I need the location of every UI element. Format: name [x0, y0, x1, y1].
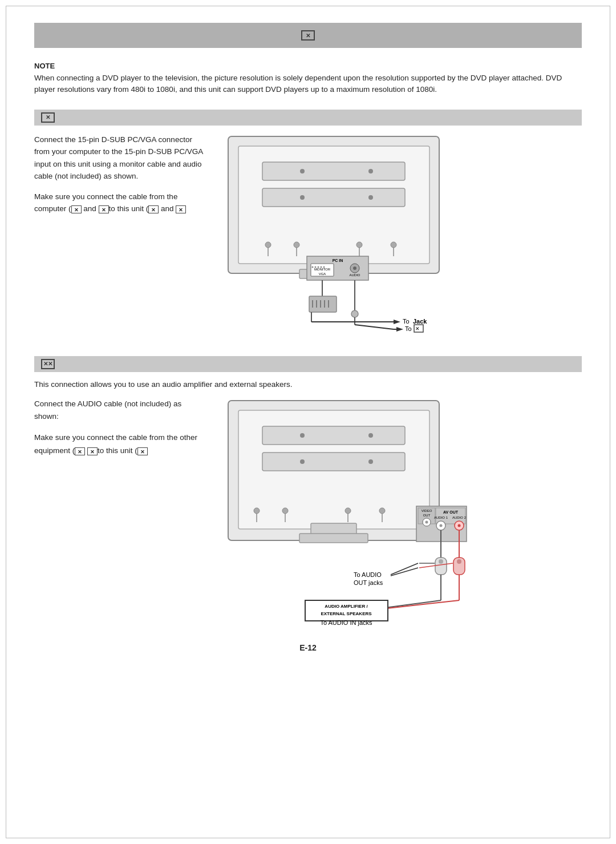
inline-icon-1: ✕	[71, 205, 82, 213]
svg-point-3	[300, 169, 305, 173]
svg-point-26	[321, 266, 322, 268]
svg-text:To AUDIO: To AUDIO	[354, 571, 382, 578]
svg-text:MONITOR: MONITOR	[314, 268, 331, 271]
svg-line-99	[382, 600, 459, 609]
svg-text:Jack: Jack	[413, 318, 427, 325]
svg-rect-60	[311, 523, 356, 535]
inline-icon-2: ✕	[99, 205, 109, 213]
inline-icon-3: ✕	[148, 205, 159, 213]
svg-point-63	[254, 508, 260, 514]
svg-point-27	[323, 266, 325, 268]
svg-text:OUT jacks: OUT jacks	[354, 579, 383, 586]
section1-block: ✕ Connect the 15-pin D-SUB PC/VGA connec…	[34, 110, 582, 339]
svg-text:To: To	[403, 318, 410, 325]
page-content: ✕ NOTE When connecting a DVD player to t…	[0, 0, 616, 675]
svg-rect-2	[262, 162, 405, 180]
svg-point-6	[300, 195, 305, 200]
svg-point-87	[439, 559, 443, 564]
svg-rect-32	[309, 296, 337, 312]
svg-marker-43	[394, 320, 400, 324]
section2-diagram: VIDEO OUT AV OUT AUDIO 1 AUDIO 2	[222, 398, 582, 626]
section2-content: Connect the AUDIO cable (not included) a…	[34, 398, 582, 626]
svg-point-29	[353, 266, 356, 270]
svg-text:PC IN: PC IN	[333, 259, 343, 263]
svg-point-83	[458, 524, 461, 527]
section2-title: This connection allows you to use an aud…	[34, 380, 582, 389]
section2-title-bar: ✕✕	[34, 356, 582, 372]
section2-svg: VIDEO OUT AV OUT AUDIO 1 AUDIO 2	[222, 398, 473, 626]
svg-line-46	[355, 325, 394, 329]
svg-point-15	[356, 242, 362, 248]
svg-text:AUDIO: AUDIO	[349, 273, 360, 277]
section1-desc2: Make sure you connect the cable from the…	[34, 191, 205, 215]
svg-point-40	[351, 310, 358, 317]
section1-desc1: Connect the 15-pin D-SUB PC/VGA connecto…	[34, 134, 205, 183]
section1-icon: ✕	[41, 112, 55, 123]
note-section: NOTE When connecting a DVD player to the…	[34, 62, 582, 96]
svg-text:AUDIO 2: AUDIO 2	[452, 516, 467, 519]
svg-text:✕: ✕	[415, 326, 420, 332]
section2-text: Connect the AUDIO cable (not included) a…	[34, 398, 205, 458]
svg-text:AUDIO AMPLIFIER /: AUDIO AMPLIFIER /	[325, 604, 368, 609]
section2-desc2: Make sure you connect the cable from the…	[34, 431, 205, 458]
svg-point-58	[300, 459, 305, 464]
svg-point-7	[368, 195, 373, 200]
svg-rect-61	[299, 534, 368, 543]
svg-point-17	[391, 242, 396, 248]
svg-text:AV OUT: AV OUT	[443, 510, 459, 514]
section1-content: Connect the 15-pin D-SUB PC/VGA connecto…	[34, 134, 582, 339]
svg-marker-48	[396, 327, 403, 332]
section1-svg: PC IN MONITOR VGA AUDIO	[222, 134, 462, 339]
svg-point-13	[294, 242, 299, 248]
svg-rect-57	[262, 453, 405, 471]
svg-text:VGA: VGA	[319, 272, 326, 276]
svg-point-25	[318, 266, 319, 268]
svg-point-80	[440, 524, 443, 527]
svg-rect-5	[262, 188, 405, 207]
svg-text:EXTERNAL SPEAKERS: EXTERNAL SPEAKERS	[321, 611, 372, 616]
section2-desc1: Connect the AUDIO cable (not included) a…	[34, 398, 205, 424]
section2-icon: ✕✕	[41, 359, 55, 369]
svg-text:To AUDIO IN jacks: To AUDIO IN jacks	[320, 619, 372, 626]
svg-point-11	[265, 242, 271, 248]
svg-point-23	[312, 266, 314, 268]
svg-point-24	[315, 266, 317, 268]
note-label: NOTE	[34, 62, 582, 70]
section2-block: ✕✕ This connection allows you to use an …	[34, 356, 582, 626]
svg-point-4	[368, 169, 373, 173]
section1-title-bar: ✕	[34, 110, 582, 126]
svg-point-56	[368, 433, 373, 438]
section1-diagram: PC IN MONITOR VGA AUDIO	[222, 134, 582, 339]
inline-icon-5: ✕	[75, 447, 85, 455]
svg-text:AUDIO 1: AUDIO 1	[434, 516, 448, 519]
inline-icon-6: ✕	[87, 447, 98, 455]
svg-point-69	[379, 508, 385, 514]
inline-icon-7: ✕	[137, 447, 148, 455]
svg-rect-54	[262, 426, 405, 445]
svg-point-89	[457, 559, 461, 564]
svg-point-55	[300, 433, 305, 438]
inline-icon-4: ✕	[176, 205, 186, 213]
svg-text:To: To	[405, 325, 412, 332]
svg-point-67	[345, 508, 351, 514]
header-icon: ✕	[301, 30, 315, 41]
note-text: When connecting a DVD player to the tele…	[34, 72, 582, 96]
section1-text: Connect the 15-pin D-SUB PC/VGA connecto…	[34, 134, 205, 216]
svg-point-59	[368, 459, 373, 464]
page-number: E-12	[34, 643, 582, 652]
svg-text:VIDEO: VIDEO	[422, 509, 432, 512]
header-bar: ✕	[34, 23, 582, 48]
svg-text:OUT: OUT	[423, 514, 431, 517]
svg-point-65	[282, 508, 288, 514]
svg-point-75	[425, 520, 428, 523]
